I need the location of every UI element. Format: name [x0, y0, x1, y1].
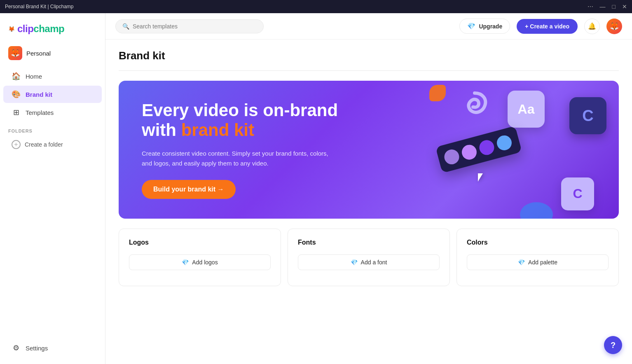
hero-title-line1: Every video is on-brand [142, 100, 338, 120]
add-logos-label: Add logos [192, 259, 218, 266]
logos-card: Logos 💎 Add logos [119, 229, 281, 286]
hero-cta-button[interactable]: Build your brand kit → [142, 180, 236, 199]
fonts-card-title: Fonts [298, 239, 440, 246]
logo: 🦊 clipchamp [8, 21, 62, 36]
add-palette-button[interactable]: 💎 Add palette [467, 254, 609, 270]
avatar-emoji: 🦊 [11, 49, 20, 58]
main-nav: 🏠 Home 🎨 Brand kit ⊞ Templates [0, 67, 105, 122]
titlebar-title: Personal Brand Kit | Clipchamp [5, 4, 74, 9]
search-icon: 🔍 [122, 23, 129, 30]
cards-row: Logos 💎 Add logos Fonts 💎 Add a font [119, 229, 619, 286]
home-icon: 🏠 [12, 72, 21, 81]
blue-blob [520, 202, 553, 219]
sidebar-logo: 🦊 clipchamp [0, 13, 105, 43]
hero-content: Every video is on-brand with brand kit C… [142, 100, 339, 199]
more-icon[interactable]: ⋯ [588, 3, 593, 10]
titlebar: Personal Brand Kit | Clipchamp ⋯ — □ ✕ [0, 0, 632, 13]
header: 🔍 💎 Upgrade + Create a video 🔔 🦊 [105, 13, 632, 40]
sidebar-item-label-settings: Settings [26, 345, 48, 352]
main-area: 🔍 💎 Upgrade + Create a video 🔔 🦊 Brand k… [105, 13, 632, 364]
search-input[interactable] [133, 23, 257, 30]
c-light-card: C [561, 177, 594, 210]
c-dark-label: C [582, 107, 593, 125]
spiral-icon [458, 89, 491, 130]
user-name: Personal [26, 50, 51, 57]
c-light-label: C [573, 186, 582, 201]
diamond-icon: 💎 [467, 22, 475, 30]
settings-nav: ⚙ Settings [0, 338, 105, 357]
aa-card: Aa [508, 91, 545, 128]
titlebar-controls[interactable]: ⋯ — □ ✕ [588, 3, 627, 10]
brand-kit-icon: 🎨 [12, 90, 21, 99]
colors-card-title: Colors [467, 239, 609, 246]
create-folder-label: Create a folder [25, 141, 63, 148]
create-video-button[interactable]: + Create a video [517, 19, 578, 34]
c-dark-card: C [569, 97, 606, 134]
diamond-icon-fonts: 💎 [351, 259, 358, 266]
page-title: Brand kit [119, 49, 619, 62]
notifications-button[interactable]: 🔔 [584, 19, 600, 34]
hero-description: Create consistent video content. Simply … [142, 149, 339, 168]
hero-title: Every video is on-brand with brand kit [142, 100, 339, 140]
divider [119, 70, 619, 71]
plus-icon: + [12, 140, 21, 149]
app-layout: 🦊 clipchamp 🦊 Personal 🏠 Home 🎨 Brand ki… [0, 13, 632, 364]
content-wrapper: Brand kit Every video is on-brand with b… [105, 40, 632, 364]
palette-dot-1 [442, 148, 461, 166]
folders-label: FOLDERS [8, 128, 33, 133]
settings-icon: ⚙ [12, 343, 21, 352]
help-label: ? [611, 341, 616, 350]
templates-icon: ⊞ [12, 108, 21, 117]
bell-icon: 🔔 [588, 22, 596, 30]
add-font-label: Add a font [361, 259, 387, 266]
palette-card [435, 126, 522, 173]
user-section: 🦊 Personal [0, 43, 105, 67]
user-avatar-header[interactable]: 🦊 [606, 19, 622, 34]
sidebar-item-label-brand-kit: Brand kit [26, 91, 52, 98]
colors-card: Colors 💎 Add palette [456, 229, 619, 286]
sidebar-item-settings[interactable]: ⚙ Settings [3, 339, 102, 357]
palette-dot-4 [495, 134, 513, 152]
cursor-icon [478, 173, 483, 182]
palette-dot-3 [478, 138, 496, 156]
orange-blob [429, 85, 446, 101]
sidebar-item-templates[interactable]: ⊞ Templates [3, 104, 102, 121]
add-font-button[interactable]: 💎 Add a font [298, 254, 440, 270]
fonts-card: Fonts 💎 Add a font [288, 229, 450, 286]
sidebar-item-home[interactable]: 🏠 Home [3, 68, 102, 85]
aa-label: Aa [518, 102, 535, 117]
logo-text: clipchamp [17, 23, 64, 35]
diamond-icon-logos: 💎 [182, 259, 189, 266]
hero-title-highlight: brand kit [181, 120, 254, 140]
sidebar: 🦊 clipchamp 🦊 Personal 🏠 Home 🎨 Brand ki… [0, 13, 105, 364]
sidebar-item-label-templates: Templates [26, 109, 54, 116]
main-content: Brand kit Every video is on-brand with b… [105, 40, 632, 364]
svg-point-0 [471, 105, 475, 109]
create-folder-button[interactable]: + Create a folder [3, 137, 102, 152]
close-icon[interactable]: ✕ [622, 3, 627, 10]
upgrade-label: Upgrade [479, 23, 502, 30]
add-logos-button[interactable]: 💎 Add logos [129, 254, 271, 270]
sidebar-item-brand-kit[interactable]: 🎨 Brand kit [3, 86, 102, 103]
search-bar[interactable]: 🔍 [115, 19, 264, 33]
help-button[interactable]: ? [604, 336, 622, 354]
upgrade-button[interactable]: 💎 Upgrade [459, 19, 510, 34]
add-palette-label: Add palette [528, 259, 557, 266]
palette-dot-2 [460, 143, 478, 161]
hero-decor: Aa C [344, 81, 619, 219]
maximize-icon[interactable]: □ [612, 3, 616, 10]
hero-banner: Every video is on-brand with brand kit C… [119, 81, 619, 219]
user-avatar-emoji: 🦊 [610, 22, 619, 31]
diamond-icon-colors: 💎 [518, 259, 525, 266]
minimize-icon[interactable]: — [600, 3, 606, 10]
hero-cta-label: Build your brand kit → [153, 186, 224, 193]
sidebar-item-label-home: Home [26, 73, 42, 80]
hero-title-line2: with [142, 120, 181, 140]
avatar: 🦊 [8, 46, 22, 60]
logo-icon: 🦊 [8, 26, 15, 32]
folders-section: FOLDERS [0, 122, 105, 136]
create-video-label: + Create a video [525, 23, 569, 30]
logos-card-title: Logos [129, 239, 271, 246]
